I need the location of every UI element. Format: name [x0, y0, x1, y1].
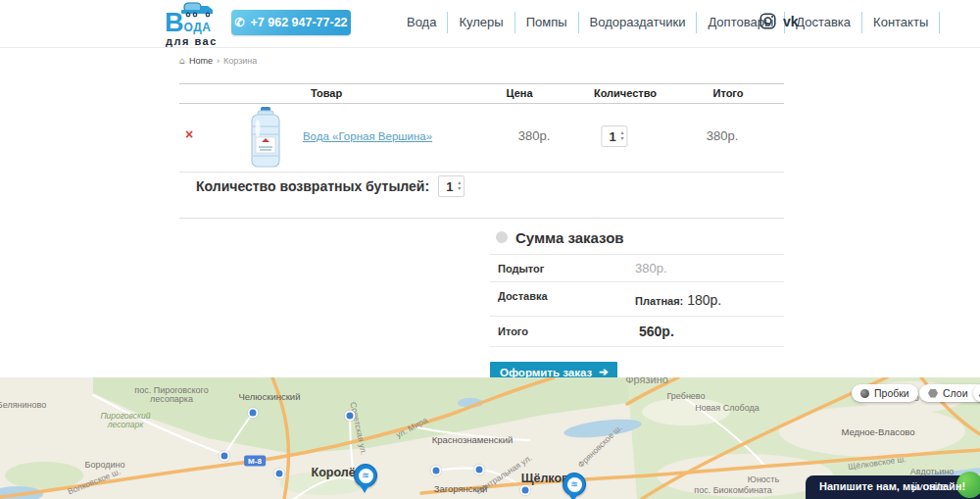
- subtotal-value: 380р.: [635, 261, 667, 275]
- jivosite-brand: jivosite: [912, 480, 947, 492]
- breadcrumb-separator: ›: [217, 56, 220, 66]
- map-label: Беляниново: [0, 400, 46, 410]
- map-poi-dot: [431, 466, 442, 476]
- map-poi-dot: [248, 408, 259, 419]
- map-label: Челюскинский: [239, 391, 301, 402]
- map-label: Гребнево: [666, 391, 705, 401]
- total-label: Итого: [498, 325, 528, 337]
- delivery-price: 180р.: [687, 292, 721, 308]
- map-label: М-8: [244, 456, 266, 467]
- breadcrumb: ⌂ Home › Корзина: [179, 55, 257, 66]
- map-label: Щёлковское ш.: [848, 454, 906, 472]
- cart-row: × Вода «Горная Вершина» 380р. 1 ▴ ▾: [179, 104, 784, 173]
- breadcrumb-home[interactable]: Home: [189, 56, 213, 66]
- checkout-label: Оформить заказ: [500, 367, 592, 378]
- map-pin[interactable]: ≋: [563, 473, 584, 494]
- phone-icon: ✆: [234, 16, 244, 29]
- stepper-down-icon[interactable]: ▾: [621, 136, 624, 142]
- layers-icon: [928, 389, 938, 398]
- layers-label: Слои: [943, 387, 968, 399]
- total-value: 560р.: [639, 324, 674, 339]
- map-label: Волковское ш.: [67, 467, 122, 497]
- cart-table: Товар Цена Количество Итого × Вода «Горн…: [179, 83, 784, 173]
- map-poi-dot: [474, 465, 485, 475]
- map-label: Краснознаменский: [432, 434, 514, 445]
- col-product: Товар: [311, 84, 342, 103]
- map-label: Юность: [748, 474, 779, 484]
- logo-subtitle: для вас: [166, 36, 218, 47]
- product-total: 380р.: [707, 128, 739, 143]
- map-label: Загорянский: [434, 483, 488, 494]
- header: ВОДА для вас ✆ +7 962 947-77-22 Вода Кул…: [0, 0, 980, 48]
- map-label: Новая Слобода: [695, 403, 760, 413]
- product-link[interactable]: Вода «Горная Вершина»: [303, 130, 432, 142]
- svg-text:vk: vk: [783, 15, 799, 28]
- nav-item-voda[interactable]: Вода: [396, 12, 448, 33]
- section-divider: [179, 218, 784, 219]
- delivery-map[interactable]: ФрязиноГребневоНовая СлободаЧелюскинский…: [0, 377, 980, 499]
- quantity-cell: 1 ▴ ▾: [601, 125, 627, 147]
- summary-icon: [496, 231, 508, 243]
- total-row: Итого 560р.: [490, 317, 784, 347]
- phone-button[interactable]: ✆ +7 962 947-77-22: [231, 10, 351, 35]
- home-icon: ⌂: [179, 55, 185, 66]
- map-label: пос. Биокомбината: [694, 485, 771, 495]
- map-label: лесопарк: [108, 420, 144, 429]
- stepper-down-icon[interactable]: ▾: [458, 186, 461, 192]
- chat-widget[interactable]: Напишите нам, мы онлайн! jivosite: [806, 475, 980, 499]
- map-pin[interactable]: ≋: [354, 464, 375, 485]
- layers-button[interactable]: Слои ∨: [919, 384, 980, 402]
- traffic-button[interactable]: Пробки: [852, 384, 918, 402]
- map-label: Медное-Власово: [841, 426, 914, 437]
- summary-title-row: Сумма заказов: [490, 225, 784, 249]
- nav-item-vodorazdatchiki[interactable]: Водораздатчики: [579, 12, 698, 33]
- order-summary: Сумма заказов Подытог 380р. Доставка Пла…: [490, 225, 784, 383]
- subtotal-label: Подытог: [498, 263, 544, 274]
- delivery-row: Доставка Платная: 180р.: [490, 282, 784, 317]
- returnable-value: 1: [446, 179, 453, 194]
- product-image[interactable]: [246, 107, 285, 168]
- map-label: лесопарка: [150, 394, 193, 404]
- summary-title: Сумма заказов: [515, 229, 624, 246]
- quantity-value: 1: [609, 129, 615, 144]
- summary-table: Подытог 380р. Доставка Платная: 180р. Ит…: [490, 254, 784, 347]
- delivery-label: Доставка: [498, 290, 548, 302]
- map-poi-dot: [345, 411, 356, 422]
- logo-title: ВОДА: [165, 10, 211, 36]
- nav-item-kontakty[interactable]: Контакты: [862, 12, 940, 33]
- map-poi-dot: [274, 469, 285, 479]
- delivery-value: Платная: 180р.: [635, 292, 721, 308]
- traffic-icon: [860, 389, 869, 398]
- remove-item-button[interactable]: ×: [185, 127, 193, 141]
- traffic-label: Пробки: [874, 387, 909, 399]
- map-label: Фряновское ш.: [575, 423, 623, 470]
- nav-item-kulery[interactable]: Кулеры: [448, 12, 514, 33]
- map-label: ул. Мира: [394, 415, 429, 439]
- map-label: Фрязино: [625, 377, 668, 385]
- cart-table-header: Товар Цена Количество Итого: [179, 83, 784, 104]
- returnable-bottles: Количество возвратных бутылей: 1 ▴ ▾: [196, 175, 465, 197]
- social-links: vk: [760, 13, 805, 29]
- map-label: Советская ул.: [348, 401, 368, 456]
- returnable-label: Количество возвратных бутылей:: [196, 178, 429, 194]
- subtotal-row: Подытог 380р.: [490, 255, 784, 282]
- vk-icon[interactable]: vk: [783, 15, 805, 28]
- phone-number: +7 962 947-77-22: [251, 16, 348, 29]
- stepper-arrows: ▴ ▾: [458, 180, 461, 192]
- col-price: Цена: [506, 84, 532, 103]
- col-quantity: Количество: [594, 84, 657, 103]
- quantity-stepper[interactable]: 1 ▴ ▾: [601, 125, 627, 147]
- nav-item-pompy[interactable]: Помпы: [515, 12, 579, 33]
- map-poi-dot: [220, 451, 230, 462]
- instagram-icon[interactable]: [760, 13, 776, 29]
- product-price: 380р.: [518, 128, 551, 143]
- stepper-arrows: ▴ ▾: [621, 130, 624, 142]
- main-nav: Вода Кулеры Помпы Водораздатчики Доптова…: [396, 10, 940, 35]
- returnable-stepper[interactable]: 1 ▴ ▾: [438, 175, 465, 197]
- breadcrumb-current: Корзина: [223, 56, 257, 66]
- page: ВОДА для вас ✆ +7 962 947-77-22 Вода Кул…: [0, 0, 980, 499]
- map-poi-dot: [520, 485, 531, 496]
- col-total: Итого: [712, 84, 743, 103]
- delivery-type: Платная:: [635, 295, 683, 307]
